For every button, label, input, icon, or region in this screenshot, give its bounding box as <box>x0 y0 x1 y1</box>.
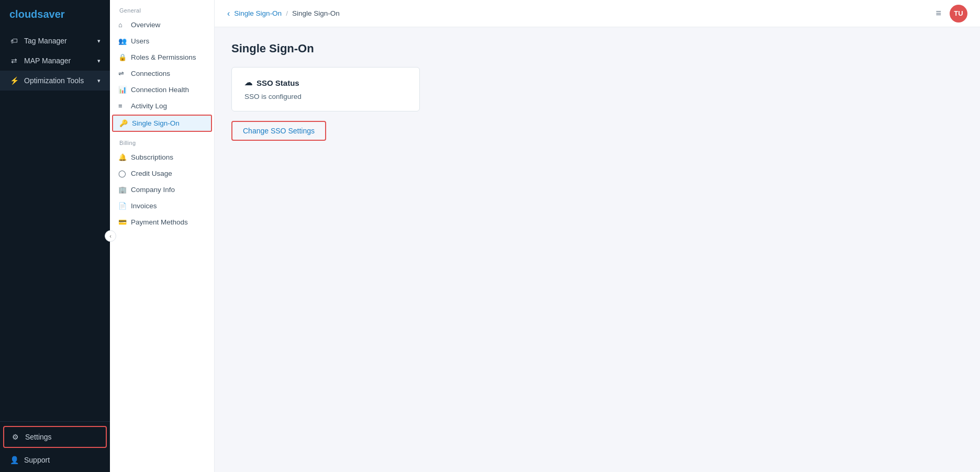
secondary-nav-users[interactable]: 👥 Users <box>110 33 214 49</box>
connection-health-icon: 📊 <box>118 86 127 94</box>
sidebar-item-label: Tag Manager <box>24 37 67 45</box>
topbar-right: ≡ TU <box>936 5 967 23</box>
secondary-nav-invoices[interactable]: 📄 Invoices <box>110 198 214 214</box>
sidebar-bottom: ⚙ Settings 👤 Support <box>0 421 110 472</box>
sec-nav-label: Single Sign-On <box>132 119 180 127</box>
list-view-icon[interactable]: ≡ <box>936 8 941 19</box>
secondary-nav-subscriptions[interactable]: 🔔 Subscriptions <box>110 149 214 165</box>
secondary-nav-roles-permissions[interactable]: 🔒 Roles & Permissions <box>110 49 214 65</box>
secondary-nav-payment-methods[interactable]: 💳 Payment Methods <box>110 214 214 230</box>
sidebar-item-label: MAP Manager <box>24 57 71 65</box>
sso-card-header: ☁ SSO Status <box>244 78 407 87</box>
sidebar-item-label: Optimization Tools <box>24 76 84 85</box>
sec-nav-label: Invoices <box>131 202 157 210</box>
sidebar-item-label: Settings <box>25 433 52 441</box>
overview-icon: ⌂ <box>118 21 127 29</box>
sso-status-title: SSO Status <box>257 78 299 87</box>
sec-nav-label: Activity Log <box>131 102 167 110</box>
sidebar-item-support[interactable]: 👤 Support <box>0 450 110 470</box>
back-button[interactable]: ‹ <box>227 9 230 18</box>
logo-text: cloudsaver <box>9 8 65 20</box>
chevron-down-icon: ▾ <box>97 38 101 44</box>
page-title: Single Sign-On <box>231 42 963 55</box>
sso-status-text: SSO is configured <box>244 93 407 100</box>
change-sso-settings-button[interactable]: Change SSO Settings <box>231 121 326 141</box>
logo: cloudsaver <box>0 0 110 29</box>
secondary-nav-company-info[interactable]: 🏢 Company Info <box>110 182 214 198</box>
tag-manager-icon: 🏷 <box>9 36 19 46</box>
sec-nav-label: Connections <box>131 70 170 77</box>
credit-usage-icon: ◯ <box>118 170 127 177</box>
page-body: Single Sign-On ☁ SSO Status SSO is confi… <box>215 27 980 472</box>
sso-status-icon: ☁ <box>244 78 252 87</box>
payment-methods-icon: 💳 <box>118 218 127 226</box>
map-manager-icon: ⇄ <box>9 56 19 65</box>
chevron-down-icon: ▾ <box>97 77 101 84</box>
secondary-nav-credit-usage[interactable]: ◯ Credit Usage <box>110 165 214 182</box>
activity-log-icon: ≡ <box>118 102 127 110</box>
company-info-icon: 🏢 <box>118 186 127 194</box>
sec-nav-label: Connection Health <box>131 86 189 94</box>
sidebar-item-map-manager[interactable]: ⇄ MAP Manager ▾ <box>0 51 110 71</box>
users-icon: 👥 <box>118 37 127 45</box>
optimization-tools-icon: ⚡ <box>9 76 19 85</box>
main-content: ‹ Single Sign-On / Single Sign-On ≡ TU S… <box>215 0 980 472</box>
sidebar-item-settings[interactable]: ⚙ Settings <box>3 426 107 448</box>
secondary-nav-connection-health[interactable]: 📊 Connection Health <box>110 82 214 98</box>
secondary-nav-activity-log[interactable]: ≡ Activity Log <box>110 98 214 114</box>
single-sign-on-icon: 🔑 <box>119 119 128 127</box>
secondary-nav-single-sign-on[interactable]: 🔑 Single Sign-On <box>112 115 212 132</box>
sec-nav-label: Overview <box>131 21 160 29</box>
chevron-down-icon: ▾ <box>97 58 101 64</box>
avatar[interactable]: TU <box>950 5 967 23</box>
invoices-icon: 📄 <box>118 202 127 210</box>
sidebar-item-tag-manager[interactable]: 🏷 Tag Manager ▾ <box>0 31 110 51</box>
secondary-sidebar: General ⌂ Overview 👥 Users 🔒 Roles & Per… <box>110 0 215 472</box>
connections-icon: ⇌ <box>118 70 127 77</box>
primary-sidebar: cloudsaver 🏷 Tag Manager ▾ ⇄ MAP Manager… <box>0 0 110 472</box>
primary-nav: 🏷 Tag Manager ▾ ⇄ MAP Manager ▾ ⚡ Optimi… <box>0 29 110 421</box>
subscriptions-icon: 🔔 <box>118 153 127 161</box>
settings-icon: ⚙ <box>10 432 20 442</box>
sec-nav-label: Company Info <box>131 186 175 194</box>
secondary-nav-connections[interactable]: ⇌ Connections <box>110 65 214 82</box>
roles-permissions-icon: 🔒 <box>118 53 127 61</box>
sec-nav-label: Credit Usage <box>131 170 172 177</box>
sidebar-item-label: Support <box>24 456 50 464</box>
breadcrumb-current: Single Sign-On <box>292 9 340 17</box>
breadcrumb: ‹ Single Sign-On / Single Sign-On <box>227 9 340 18</box>
sec-nav-label: Subscriptions <box>131 153 173 161</box>
sso-status-card: ☁ SSO Status SSO is configured <box>231 67 420 111</box>
secondary-nav-overview[interactable]: ⌂ Overview <box>110 17 214 33</box>
collapse-sidebar-button[interactable]: ‹ <box>105 230 116 242</box>
sidebar-item-optimization-tools[interactable]: ⚡ Optimization Tools ▾ <box>0 71 110 91</box>
topbar: ‹ Single Sign-On / Single Sign-On ≡ TU <box>215 0 980 27</box>
billing-section-title: Billing <box>110 132 214 149</box>
sec-nav-label: Users <box>131 37 149 45</box>
sec-nav-label: Payment Methods <box>131 218 188 226</box>
support-icon: 👤 <box>9 455 19 465</box>
breadcrumb-link[interactable]: Single Sign-On <box>234 9 282 17</box>
general-section-title: General <box>110 0 214 17</box>
breadcrumb-separator: / <box>286 9 288 17</box>
sec-nav-label: Roles & Permissions <box>131 53 196 61</box>
